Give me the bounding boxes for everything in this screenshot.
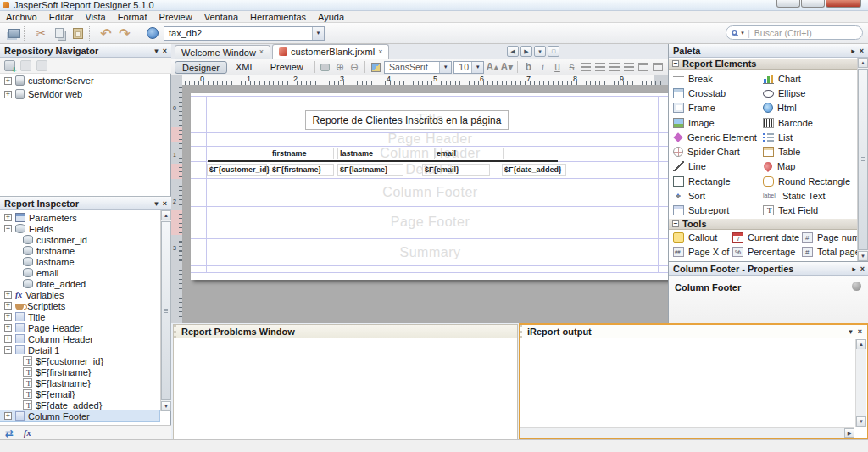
tab-list-icon[interactable]: ▾	[534, 46, 546, 57]
close-panel-icon[interactable]: ×	[163, 199, 167, 208]
format-painter-icon[interactable]	[371, 63, 381, 72]
minimize-button[interactable]	[776, 0, 800, 8]
palette-item-sort[interactable]: Sort	[673, 191, 763, 201]
menu-editar[interactable]: Editar	[43, 11, 80, 23]
underline-icon[interactable]: u	[551, 61, 564, 74]
palette-item-crosstab[interactable]: Crosstab	[673, 88, 763, 98]
expand-icon[interactable]	[4, 412, 12, 420]
palette-item-current-date[interactable]: Current date	[732, 232, 802, 243]
menu-archivo[interactable]: Archivo	[0, 11, 43, 23]
close-panel-icon[interactable]: ×	[860, 265, 865, 273]
align-center-icon[interactable]	[595, 63, 605, 71]
inspector-node-field[interactable]: date_added	[0, 278, 159, 289]
menu-vista[interactable]: Vista	[79, 11, 111, 23]
search-box[interactable]: ▼ |	[726, 25, 863, 40]
inspector-node-detail1[interactable]: Detail 1	[0, 344, 159, 355]
palette-item-line[interactable]: Line	[673, 161, 763, 171]
tab-customerblank-jrxml[interactable]: customerBlank.jrxml ×	[272, 44, 389, 59]
column-header-element[interactable]: firstname	[270, 148, 334, 159]
report-problems-header[interactable]: Report Problems Window	[174, 325, 517, 338]
ireport-output-header[interactable]: iReport output ▾ ×	[520, 325, 867, 338]
palette-item-static-text[interactable]: Static Text	[763, 191, 856, 201]
align-right-icon[interactable]	[609, 63, 620, 71]
copy-icon[interactable]	[55, 28, 64, 38]
detail-field-element[interactable]: $F{firstname}	[270, 164, 334, 176]
output-vertical-scrollbar[interactable]: ▲ ▼	[855, 339, 866, 427]
report-page[interactable]: Title Page Header Column Header Detail 1…	[191, 93, 668, 280]
minimize-panel-icon[interactable]: ▾	[154, 47, 159, 55]
close-tab-icon[interactable]: ×	[378, 48, 382, 56]
scroll-up-icon[interactable]: ▲	[161, 210, 171, 220]
inspector-node-fields[interactable]: Fields	[0, 223, 159, 234]
database-connection-icon[interactable]	[147, 27, 159, 39]
zoom-out-icon[interactable]: ⊖	[348, 61, 360, 74]
properties-header[interactable]: Column Footer - Properties ▸ ×	[669, 262, 868, 276]
band-line[interactable]	[191, 272, 668, 273]
add-server-icon[interactable]	[4, 60, 15, 71]
scrollbar-thumb[interactable]	[858, 69, 868, 250]
collapse-icon[interactable]	[672, 220, 679, 227]
menu-preview[interactable]: Preview	[153, 11, 198, 23]
band-line[interactable]	[191, 146, 668, 147]
band-line[interactable]	[191, 206, 668, 207]
bold-icon[interactable]: b	[522, 61, 535, 74]
detail-field-element[interactable]: $F{lastname}	[337, 164, 403, 176]
expand-icon[interactable]	[4, 91, 12, 98]
column-header-element[interactable]: lastname	[337, 148, 403, 159]
minimize-panel-icon[interactable]: ▾	[154, 199, 159, 208]
fx-icon[interactable]	[24, 428, 31, 438]
font-size-select[interactable]: 10 ▼	[453, 61, 484, 74]
band-line[interactable]	[191, 178, 668, 179]
zoom-in-icon[interactable]: ⊕	[333, 61, 346, 74]
inspector-node-parameters[interactable]: Parameters	[0, 212, 159, 223]
ireport-output-content[interactable]	[520, 339, 854, 427]
designer-view-button[interactable]: Designer	[175, 61, 227, 74]
inspector-node-title[interactable]: Title	[0, 311, 159, 322]
inspector-node-textfield[interactable]: $F{date_added}	[0, 399, 159, 410]
expand-icon[interactable]	[4, 77, 12, 85]
italic-icon[interactable]: i	[537, 61, 549, 74]
scroll-down-icon[interactable]: ▼	[858, 251, 868, 261]
palette-item-list[interactable]: List	[763, 132, 856, 142]
search-input[interactable]	[753, 27, 857, 39]
inspector-node-field[interactable]: customer_id	[0, 234, 159, 245]
collapse-icon[interactable]	[672, 60, 679, 67]
scroll-down-icon[interactable]: ▼	[161, 401, 171, 411]
palette-header[interactable]: Paleta ▸ ×	[669, 44, 868, 58]
output-horizontal-scrollbar[interactable]: ▶	[520, 427, 854, 438]
scroll-down-icon[interactable]: ▼	[856, 416, 866, 427]
palette-item-spider-chart[interactable]: Spider Chart	[673, 147, 763, 157]
close-panel-icon[interactable]: ×	[858, 327, 862, 336]
palette-item-percentage[interactable]: Percentage	[732, 247, 802, 257]
palette-item-callout[interactable]: Callout	[673, 232, 732, 243]
minimize-panel-icon[interactable]: ▸	[851, 47, 855, 55]
band-line[interactable]	[191, 238, 668, 239]
cut-icon[interactable]	[32, 25, 49, 41]
band-line[interactable]	[191, 96, 668, 97]
comment-icon[interactable]	[320, 64, 330, 71]
expand-icon[interactable]	[4, 324, 12, 332]
inspector-node-page-header[interactable]: Page Header	[0, 322, 159, 333]
collapse-icon[interactable]	[4, 225, 12, 232]
save-all-icon[interactable]	[8, 29, 20, 38]
column-header-element[interactable]: email	[434, 148, 504, 159]
align-left-icon[interactable]	[581, 63, 591, 71]
xml-view-button[interactable]: XML	[229, 62, 262, 72]
undo-icon[interactable]	[97, 25, 114, 41]
inspector-node-field[interactable]: lastname	[0, 256, 159, 267]
chevron-down-icon[interactable]: ▼	[439, 62, 451, 73]
inspector-node-field[interactable]: email	[0, 267, 159, 278]
palette-item-page-x-of-y[interactable]: Page X of Y	[673, 247, 732, 257]
palette-item-table[interactable]: Table	[763, 147, 856, 157]
inspector-node-field[interactable]: firstname	[0, 245, 159, 256]
chevron-down-icon[interactable]: ▼	[740, 31, 745, 36]
scroll-tabs-left-icon[interactable]: ◀	[507, 46, 519, 57]
inspector-node-textfield[interactable]: $F{firstname}	[0, 366, 159, 377]
inspector-scrollbar[interactable]: ▲ ▼	[160, 210, 171, 411]
detail-field-element[interactable]: $F{date_added}	[502, 164, 566, 176]
inspector-node-textfield[interactable]: $F{lastname}	[0, 377, 159, 388]
palette-item-html[interactable]: Html	[763, 103, 856, 113]
tree-item-servidor-web[interactable]: Servidor web	[0, 87, 171, 101]
menu-ayuda[interactable]: Ayuda	[312, 11, 350, 23]
menu-ventana[interactable]: Ventana	[198, 11, 244, 23]
